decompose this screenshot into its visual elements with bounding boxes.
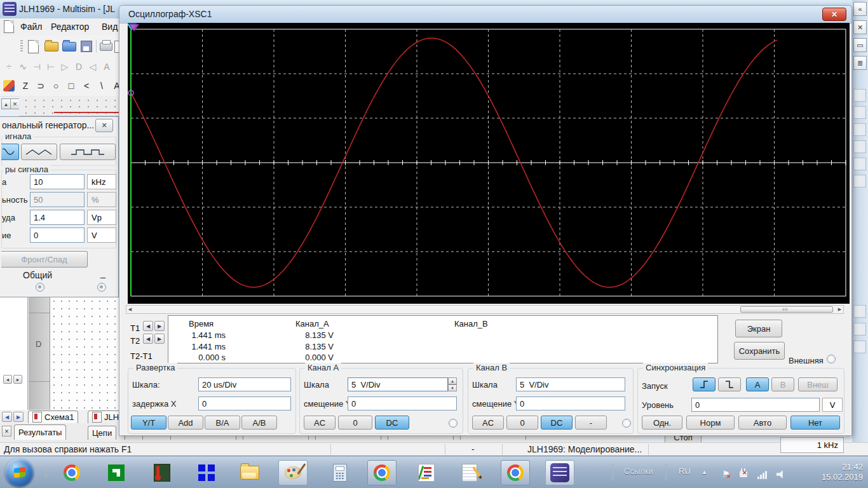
scroll-right-icon[interactable]: ▶ <box>836 306 843 313</box>
taskbar-plot-tool[interactable] <box>412 460 441 485</box>
mode-ba-button[interactable]: B/A <box>205 416 240 430</box>
cursor1-left-button[interactable]: ◀ <box>143 321 153 331</box>
instrument-icon[interactable] <box>853 140 866 153</box>
save-icon[interactable] <box>81 41 92 52</box>
tab-scroll-right-icon[interactable]: ▶ <box>13 412 24 422</box>
toolbar-glyph-icon[interactable]: ▷ <box>58 60 71 73</box>
instrument-icon[interactable] <box>853 341 866 353</box>
scrollbar-thumb[interactable] <box>740 306 833 313</box>
trigger-source-b-button[interactable]: B <box>771 377 794 391</box>
channel-b-offset-input[interactable] <box>516 396 625 410</box>
toolbar-glyph-icon[interactable]: ÷ <box>3 60 15 73</box>
channel-b-dc-button[interactable]: DC <box>541 416 573 430</box>
instrument-icon[interactable] <box>853 158 866 170</box>
taskbar-blue-grid[interactable] <box>192 460 221 485</box>
toolbar-glyph-icon[interactable]: < <box>80 79 93 92</box>
scroll-left-icon[interactable]: ◂ <box>3 375 12 384</box>
toolbar-glyph-icon[interactable]: \ <box>95 79 108 92</box>
duty-input[interactable] <box>30 192 85 207</box>
toolbar-glyph-icon[interactable]: Z <box>19 79 32 92</box>
taskbar-amd[interactable] <box>102 460 131 485</box>
taskbar-paint[interactable] <box>278 460 308 485</box>
trigger-normal-button[interactable]: Норм <box>686 416 735 430</box>
taskbar-calculator[interactable] <box>325 460 355 485</box>
taskbar-multisim[interactable] <box>545 460 574 485</box>
toolbar-grip[interactable] <box>20 40 23 53</box>
save-button[interactable]: Сохранить <box>734 342 785 360</box>
triangle-wave-button[interactable] <box>21 144 57 160</box>
open-sample-icon[interactable] <box>62 42 76 51</box>
channel-b-probe-radio[interactable] <box>622 419 631 428</box>
tab-nets[interactable]: Цепи <box>88 426 116 440</box>
channel-a-scale-spinner[interactable]: ▲ ▼ <box>448 377 457 391</box>
panel-close-button[interactable]: ✕ <box>10 98 20 109</box>
channel-b-zero-button[interactable]: 0 <box>506 416 538 430</box>
channel-a-zero-button[interactable]: 0 <box>338 416 372 430</box>
trigger-source-a-button[interactable]: A <box>746 377 769 391</box>
instrument-list-icon[interactable]: ≣ <box>853 56 867 70</box>
trigger-falling-edge-button[interactable] <box>718 377 741 391</box>
schematic-sheet[interactable] <box>50 297 119 410</box>
channel-a-probe-radio[interactable] <box>449 419 458 428</box>
close-button[interactable]: ✕ <box>822 8 846 21</box>
tray-grip[interactable] <box>665 464 667 480</box>
tab-jlh[interactable]: JLH <box>88 410 123 423</box>
trigger-source-ext-button[interactable]: Внеш <box>798 377 837 391</box>
menu-edit[interactable]: Редактор <box>51 22 89 32</box>
instrument-icon[interactable] <box>853 106 866 119</box>
square-wave-button[interactable] <box>60 144 116 160</box>
offset-input[interactable] <box>30 227 85 243</box>
clock[interactable]: 21:42 15.02.2019 <box>822 462 863 482</box>
cursor1-right-button[interactable]: ▶ <box>154 321 165 331</box>
taskbar-explorer[interactable] <box>235 460 264 485</box>
toolbar-glyph-icon[interactable]: A <box>100 60 113 73</box>
start-button[interactable] <box>5 458 34 487</box>
scope-titlebar[interactable]: Осциллограф-XSC1 ✕ <box>119 6 851 24</box>
mode-add-button[interactable]: Add <box>168 416 203 430</box>
instrument-icon[interactable] <box>853 175 866 187</box>
toolbar-glyph-icon[interactable]: ⊃ <box>34 79 47 92</box>
trigger-rising-edge-button[interactable] <box>693 377 715 391</box>
spin-down-icon[interactable]: ▼ <box>448 384 457 391</box>
collapse-toolbar-icon[interactable]: « <box>853 2 867 16</box>
toolbar-glyph-icon[interactable]: D <box>72 60 85 73</box>
trigger-level-input[interactable] <box>691 398 820 412</box>
scroll-right-icon[interactable]: ▸ <box>13 375 22 384</box>
channel-a-dc-button[interactable]: DC <box>375 416 409 430</box>
external-trigger-radio[interactable] <box>827 355 836 363</box>
panel-collapse-button[interactable]: ▴ <box>1 98 11 109</box>
instrument-icon[interactable] <box>853 89 866 102</box>
trigger-auto-button[interactable]: Авто <box>738 416 787 430</box>
channel-a-scale-input[interactable] <box>348 377 448 391</box>
spin-up-icon[interactable]: ▲ <box>448 377 457 384</box>
taskbar-notepad[interactable] <box>455 460 484 485</box>
power-plug-icon[interactable]: ✕ <box>740 471 747 477</box>
tray-grip[interactable] <box>611 464 614 480</box>
trigger-single-button[interactable]: Одн. <box>642 416 682 430</box>
mode-yt-button[interactable]: Y/T <box>131 416 166 430</box>
circuit-wire[interactable] <box>54 112 119 113</box>
instrument-icon[interactable] <box>853 305 866 318</box>
sine-wave-button[interactable] <box>1 144 19 160</box>
timebase-scale-input[interactable] <box>198 377 291 391</box>
instrument-icon[interactable] <box>853 123 866 136</box>
channel-b-scale-input[interactable] <box>516 377 625 391</box>
show-hidden-icons[interactable]: ▲ <box>702 469 707 475</box>
common-terminal-radio[interactable] <box>36 283 44 292</box>
funcgen-close-button[interactable]: ✕ <box>95 119 113 132</box>
scroll-left-icon[interactable]: ◀ <box>126 306 133 313</box>
minus-terminal-radio[interactable] <box>97 283 106 292</box>
tab-scroll-left-icon[interactable]: ◀ <box>2 412 12 422</box>
frequency-input[interactable] <box>30 174 85 189</box>
channel-a-offset-input[interactable] <box>348 396 457 410</box>
channel-b-minus-button[interactable]: - <box>575 416 607 430</box>
cursor2-left-button[interactable]: ◀ <box>143 334 153 344</box>
taskbar-grip[interactable] <box>44 466 47 478</box>
toolbar-glyph-icon[interactable]: ⊣ <box>31 60 43 73</box>
toolbar-glyph-icon[interactable]: □ <box>65 79 78 92</box>
rise-fall-button[interactable]: Фронт/Спад <box>1 251 88 268</box>
links-toolbar[interactable]: Ссылки <box>624 466 653 476</box>
menu-file[interactable]: Файл <box>20 22 42 32</box>
cursor2-right-button[interactable]: ▶ <box>154 334 165 344</box>
language-indicator[interactable]: RU <box>679 466 691 476</box>
